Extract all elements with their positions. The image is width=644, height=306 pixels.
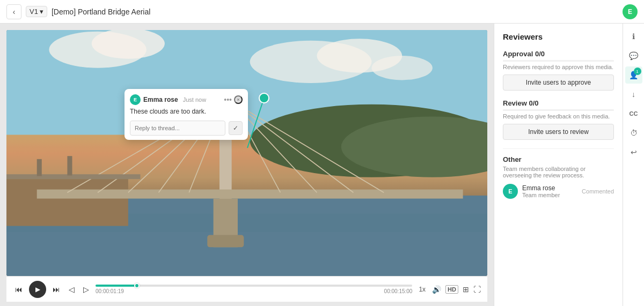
reviewer-status: Commented [582,188,614,195]
version-label: V1 [30,8,38,16]
approval-desc: Reviewers required to approve this media… [503,64,614,70]
review-desc: Required to give feedback on this media. [503,113,614,120]
comment-more-icon[interactable]: ••• [224,96,232,103]
skip-forward-icon: ⏭ [53,285,60,294]
play-button[interactable]: ▶ [29,281,46,298]
skip-back-icon: ⏮ [15,285,23,294]
topbar: ‹ V1 ▾ [Demo] Portland Bridge Aerial E [0,0,644,24]
skip-back-button[interactable]: ⏮ [13,284,25,295]
comment-close-button[interactable]: × [234,95,243,104]
other-desc: Team members collaborating or overseeing… [503,166,614,178]
review-title: Review 0/0 [503,99,539,107]
reviewer-avatar: E [503,184,518,199]
total-time: 00:00:15:00 [384,288,413,294]
history-icon[interactable]: ⏱ [625,124,642,141]
reviewer-item: E Emma rose Team member Commented [503,184,614,199]
bridge-svg [6,30,487,276]
avatar[interactable]: E [623,4,638,19]
comment-text: These clouds are too dark. [130,107,243,116]
download-icon[interactable]: ↓ [625,86,642,103]
fast-forward-button[interactable]: ▷ [81,284,91,295]
main-content: E Emma rose Just now ••• × These clouds … [0,24,644,306]
review-progress [503,109,614,111]
approval-title: Approval 0/0 [503,50,545,58]
comment-bubble: E Emma rose Just now ••• × These clouds … [125,89,248,140]
hd-icon[interactable]: HD [445,285,458,294]
svg-rect-28 [6,30,487,276]
comment-actions: ••• × [224,95,243,104]
rewind-button[interactable]: ◁ [67,284,77,295]
captions-icon[interactable]: CC [625,105,642,122]
side-icons-rail: ℹ 💬 👤 1 ↓ CC ⏱ ↩ [623,24,644,306]
progress-track[interactable] [96,285,412,287]
reviewer-name: Emma rose [522,184,577,192]
panel-title: Reviewers [503,32,614,41]
comment-reply-submit-button[interactable]: ✓ [229,121,243,135]
version-selector[interactable]: V1 ▾ [26,6,47,17]
back-button[interactable]: ‹ [6,4,21,19]
time-display: 00:00:01:19 00:00:15:00 [96,288,412,294]
speed-indicator[interactable]: 1x [416,286,428,293]
approval-header: Approval 0/0 [503,50,614,58]
back-icon: ‹ [13,8,16,16]
invite-review-button[interactable]: Invite users to review [503,124,614,140]
page-title: [Demo] Portland Bridge Aerial [52,8,150,16]
share-icon[interactable]: ↩ [625,144,642,161]
comment-username: Emma rose [143,96,178,103]
other-section: Other Team members collaborating or over… [503,148,614,199]
comment-reply-area: ✓ [130,121,243,136]
reviewers-badge: 1 [634,68,641,75]
video-area: E Emma rose Just now ••• × These clouds … [0,24,494,306]
fast-forward-icon: ▷ [83,285,89,294]
progress-bar-container[interactable]: 00:00:01:19 00:00:15:00 [96,285,412,294]
video-player[interactable]: E Emma rose Just now ••• × These clouds … [6,30,487,276]
reviewers-icon[interactable]: 👤 1 [625,66,642,84]
progress-handle[interactable] [134,283,140,288]
review-header: Review 0/0 [503,99,614,107]
volume-icon[interactable]: 🔊 [432,285,441,294]
comment-time: Just now [183,96,206,103]
right-panel: Reviewers Approval 0/0 Reviewers require… [494,24,644,306]
info-icon[interactable]: ℹ [625,28,642,45]
comment-reply-input[interactable] [130,121,225,136]
fullscreen-icon[interactable]: ⛶ [473,285,481,294]
approval-progress [503,60,614,62]
comments-icon[interactable]: 💬 [625,47,642,64]
player-controls: ⏮ ▶ ⏭ ◁ ▷ 00:00:01:19 [6,276,487,302]
current-time: 00:00:01:19 [96,288,124,294]
version-chevron-icon: ▾ [40,8,43,16]
play-icon: ▶ [35,286,40,293]
reviewer-role: Team member [522,192,577,198]
reviewer-info: Emma rose Team member [522,184,577,198]
progress-fill [96,285,137,287]
reviewers-panel: Reviewers Approval 0/0 Reviewers require… [494,24,623,306]
skip-forward-button[interactable]: ⏭ [50,284,62,295]
invite-approve-button[interactable]: Invite users to approve [503,74,614,91]
other-title: Other [503,155,614,163]
video-frame [6,30,487,276]
comment-avatar: E [130,94,141,105]
comment-user: E Emma rose Just now [130,94,206,105]
checkmark-icon: ✓ [233,124,238,132]
rewind-icon: ◁ [69,285,75,294]
layout-icon[interactable]: ⊞ [463,285,469,294]
comment-header: E Emma rose Just now ••• × [130,94,243,105]
